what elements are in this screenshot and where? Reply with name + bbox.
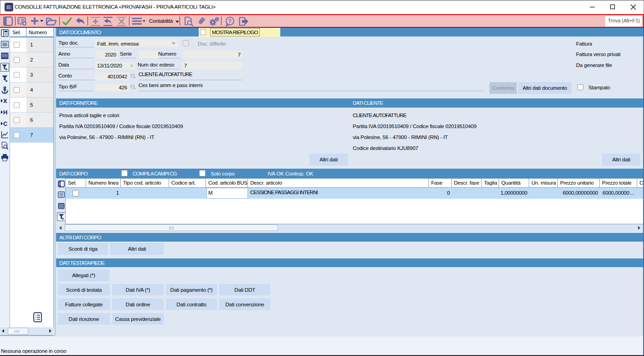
svg-text:?: ? [228, 18, 232, 25]
svg-text:C: C [3, 120, 8, 127]
svg-text:2: 2 [9, 5, 12, 10]
svg-text:X: X [3, 98, 7, 104]
svg-text:H: H [3, 109, 7, 116]
